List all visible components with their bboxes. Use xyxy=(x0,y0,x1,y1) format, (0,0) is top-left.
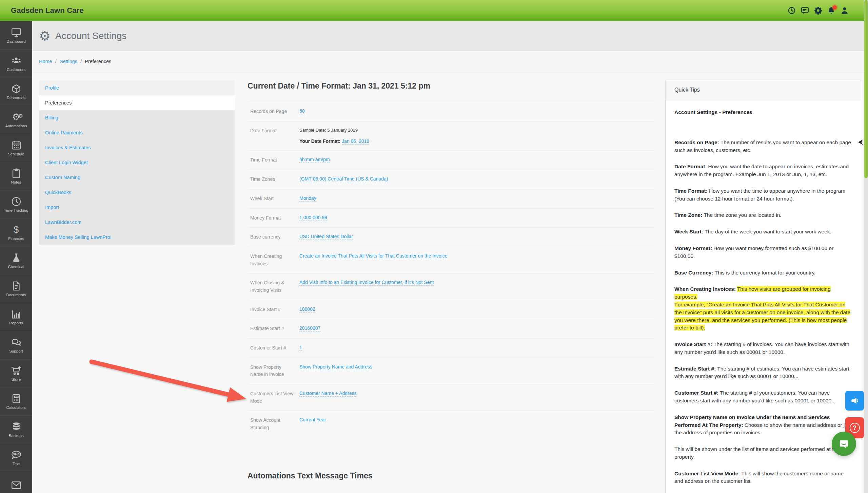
date-format-value[interactable]: Jan 05, 2019 xyxy=(342,138,369,145)
announcements-megaphone-button[interactable] xyxy=(845,391,864,411)
show-account-standing-value[interactable]: Current Year xyxy=(299,417,326,423)
setting-label: Show Account Standing xyxy=(248,417,299,431)
tip-time-zone: Time Zone:The time zone you are located … xyxy=(674,211,852,219)
tip-customer-list-view-mode: Customer List View Mode:This will show t… xyxy=(674,470,852,486)
feedback-chat-icon[interactable] xyxy=(801,6,809,15)
automations-text-times-heading: Automations Text Message Times xyxy=(248,471,654,480)
sidebar-item-schedule[interactable]: Schedule xyxy=(0,134,32,162)
sidebar-item-resources[interactable]: Resources xyxy=(0,77,32,106)
sidebar-item-notes[interactable]: Notes xyxy=(0,162,32,190)
row-time-zones: Time Zones (GMT-06:00) Central Time (US … xyxy=(248,170,654,189)
menu-item-custom-naming[interactable]: Custom Naming xyxy=(39,170,235,185)
row-when-creating-invoices: When Creating Invoices Create an Invoice… xyxy=(248,247,654,273)
week-start-value[interactable]: Monday xyxy=(299,195,316,202)
records-on-page-value[interactable]: 50 xyxy=(299,108,305,114)
invoice-start-value[interactable]: 100002 xyxy=(299,306,315,312)
sidebar-item-customers[interactable]: Customers xyxy=(0,49,32,77)
automations-gears-icon: ⚙⚙ xyxy=(11,111,22,123)
your-date-format-label: Your Date Format: xyxy=(299,138,340,144)
sidebar-item-finances[interactable]: $ Finances xyxy=(0,218,32,246)
menu-item-billing[interactable]: Billing xyxy=(39,110,235,125)
sidebar-item-reports[interactable]: Reports xyxy=(0,303,32,331)
page-header: ⚙ Account Settings xyxy=(32,21,868,51)
row-date-format: Date Format Sample Date: 5 January 2019 … xyxy=(248,121,654,151)
breadcrumb: Home / Settings / Preferences xyxy=(39,59,111,64)
documents-page-icon xyxy=(11,280,22,292)
sidebar-item-calculators[interactable]: Calculators xyxy=(0,387,32,415)
sidebar-item-support[interactable]: Support xyxy=(0,331,32,359)
sidebar-item-store[interactable]: Store xyxy=(0,359,32,387)
time-zone-value[interactable]: (GMT-06:00) Central Time (US & Canada) xyxy=(299,176,388,182)
setting-label: Base currency xyxy=(248,233,299,241)
sidebar-item-backups[interactable]: Backups xyxy=(0,415,32,443)
current-datetime-heading: Current Date / Time Format: Jan 31, 2021… xyxy=(248,81,654,91)
tip-estimate-start: Estimate Start #:The starting # of estim… xyxy=(674,365,852,381)
breadcrumb-separator: / xyxy=(55,59,57,64)
live-chat-bubble-button[interactable] xyxy=(832,432,856,456)
menu-item-profile[interactable]: Profile xyxy=(39,80,235,95)
notifications-bell-icon[interactable] xyxy=(827,6,836,15)
base-currency-value[interactable]: USD United States Dollar xyxy=(299,234,353,240)
tip-customer-start: Customer Start #:The starting # of your … xyxy=(674,389,852,405)
sample-date: Sample Date: 5 January 2019 xyxy=(299,127,654,133)
menu-item-make-money[interactable]: Make Money Selling LawnPro! xyxy=(39,230,235,245)
menu-item-client-login-widget[interactable]: Client Login Widget xyxy=(39,155,235,170)
quick-tips-body: Account Settings - Preferences Records o… xyxy=(666,100,861,493)
row-time-format: Time Format hh:mm am/pm xyxy=(248,150,654,170)
settings-gear-icon[interactable] xyxy=(814,6,823,15)
estimate-start-value[interactable]: 20160007 xyxy=(299,325,320,331)
account-settings-gear-icon: ⚙ xyxy=(39,30,51,42)
company-name: Gadsden Lawn Care xyxy=(11,6,84,15)
menu-item-invoices-estimates[interactable]: Invoices & Estimates xyxy=(39,140,235,155)
setting-label: Time Format xyxy=(248,156,299,164)
history-clock-icon[interactable] xyxy=(787,6,796,15)
tip-shown-under-list: This will be shown under the list of ite… xyxy=(674,445,852,461)
setting-label: Week Start xyxy=(248,195,299,203)
menu-item-quickbooks[interactable]: QuickBooks xyxy=(39,185,235,200)
settings-rows: Records on Page 50 Date Format Sample Da… xyxy=(248,102,654,437)
breadcrumb-settings[interactable]: Settings xyxy=(60,59,77,64)
row-invoice-start: Invoice Start # 100002 xyxy=(248,300,654,319)
question-mark-icon: ? xyxy=(850,423,860,433)
page-scrollbar[interactable] xyxy=(864,0,868,493)
setting-label: Show Property Name in invoice xyxy=(248,364,299,378)
show-property-name-value[interactable]: Show Property Name and Address xyxy=(299,364,372,370)
menu-item-lawnbidder[interactable]: LawnBidder.com xyxy=(39,215,235,230)
topbar-icons xyxy=(787,0,849,21)
time-format-value[interactable]: hh:mm am/pm xyxy=(299,157,330,163)
setting-label: Records on Page xyxy=(248,108,299,115)
quick-tips-title: Quick Tips xyxy=(666,79,861,100)
menu-item-online-payments[interactable]: Online Payments xyxy=(39,125,235,140)
reports-chart-icon xyxy=(11,308,22,320)
customers-list-view-mode-value[interactable]: Customer Name + Address xyxy=(299,391,356,397)
sidebar-item-documents[interactable]: Documents xyxy=(0,274,32,303)
tip-when-creating-invoices: When Creating Invoices:This how visits a… xyxy=(674,285,852,332)
setting-label: Estimate Start # xyxy=(248,325,299,333)
tip-week-start: Week Start:The day of the week you want … xyxy=(674,228,852,236)
when-creating-invoices-value[interactable]: Create an Invoice That Puts All Visits f… xyxy=(299,253,448,259)
sidebar-item-email[interactable] xyxy=(0,472,32,493)
store-cart-icon xyxy=(11,365,22,376)
sidebar-item-time-tracking[interactable]: Time Tracking xyxy=(0,190,32,218)
sidebar-item-automations[interactable]: ⚙⚙ Automations xyxy=(0,106,32,134)
when-closing-invoicing-value[interactable]: Add Visit Info to an Existing Invoice fo… xyxy=(299,280,434,286)
highlighted-text: This how visits are grouped for invoicin… xyxy=(674,286,850,330)
schedule-calendar-icon xyxy=(11,139,22,151)
customer-start-value[interactable]: 1 xyxy=(299,345,302,351)
calculators-icon xyxy=(11,393,22,404)
sidebar-item-dashboard[interactable]: Dashboard xyxy=(0,21,32,49)
breadcrumb-home[interactable]: Home xyxy=(39,59,52,64)
setting-label: When Closing & Invoicing Visits xyxy=(248,279,299,294)
account-person-icon[interactable] xyxy=(840,6,849,15)
menu-item-preferences[interactable]: Preferences xyxy=(39,95,235,110)
sidebar-item-chemical[interactable]: Chemical xyxy=(0,246,32,274)
money-format-value[interactable]: 1,000,000.99 xyxy=(299,215,327,221)
tip-invoice-start: Invoice Start #:The starting # of invoic… xyxy=(674,341,852,356)
top-bar: Gadsden Lawn Care xyxy=(0,0,868,21)
setting-label: Invoice Start # xyxy=(248,306,299,314)
sidebar-item-text[interactable]: SMS Text xyxy=(0,443,32,472)
tip-date-format: Date Format:How you want the date to app… xyxy=(674,163,852,178)
scrollbar-thumb[interactable] xyxy=(864,0,868,178)
setting-label: Customer Start # xyxy=(248,344,299,352)
menu-item-import[interactable]: Import xyxy=(39,200,235,215)
